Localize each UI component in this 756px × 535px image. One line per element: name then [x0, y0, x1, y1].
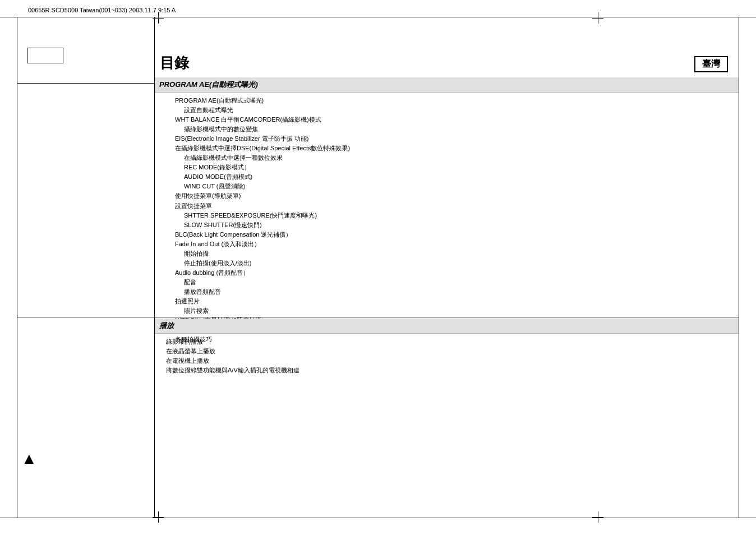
item-ae-15: BLC(Back Light Compensation 逆光補償） — [166, 230, 730, 239]
item-ae-12: 設置快捷菜單 — [166, 201, 730, 211]
item-ae-3: WHT BALANCE 白平衡CAMCORDER(攝綠影機)模式 — [166, 115, 730, 124]
toc-title: 目錄 — [160, 53, 189, 73]
page-marker-rect — [27, 48, 63, 63]
item-ae-19: Audio dubbing (音頻配音） — [166, 268, 730, 278]
item-ae-14: SLOW SHUTTER(慢速快門) — [166, 220, 730, 230]
item-ae-11: 使用快捷菜單(導航架單) — [166, 191, 730, 201]
section-playback: 播放 綠影帶的播放 在液晶螢幕上播放 在電視機上播放 將數位攝綠雙功能機與A/V… — [155, 319, 739, 380]
section-ae-header: PROGRAM AE(自動程式曝光) — [155, 77, 739, 93]
left-border — [17, 17, 17, 518]
item-ae-1: PROGRAM AE(自動程式式曝光) — [166, 96, 730, 105]
item-pb-3: 在電視機上播放 — [166, 356, 730, 366]
section-playback-content: 綠影帶的播放 在液晶螢幕上播放 在電視機上播放 將數位攝綠雙功能機與A/V輸入插… — [155, 334, 739, 380]
item-ae-21: 播放音頻配音 — [166, 287, 730, 297]
item-ae-2: 設置自動程式曝光 — [166, 105, 730, 115]
left-sep-2 — [17, 317, 154, 317]
section-program-ae: PROGRAM AE(自動程式曝光) PROGRAM AE(自動程式式曝光) 設… — [155, 77, 739, 349]
top-border — [0, 17, 756, 17]
crosshair-bottom-right — [592, 511, 603, 523]
crosshair-top-right — [592, 12, 603, 24]
section-ae-content: PROGRAM AE(自動程式式曝光) 設置自動程式曝光 WHT BALANCE… — [155, 93, 739, 349]
item-ae-23: 照片搜索 — [166, 306, 730, 316]
crosshair-top-left — [153, 12, 164, 24]
item-pb-4: 將數位攝綠雙功能機與A/V輸入插孔的電視機相連 — [166, 366, 730, 375]
item-ae-6: 在攝綠影機模式中選擇DSE(Digital Special Effects數位特… — [166, 144, 730, 153]
item-pb-1: 綠影帶的播放 — [166, 337, 730, 347]
left-sep-1 — [17, 83, 154, 84]
item-ae-20: 配音 — [166, 278, 730, 287]
item-ae-9: AUDIO MODE(音頻模式) — [166, 172, 730, 182]
taiwan-label: 臺灣 — [694, 56, 728, 72]
item-ae-7: 在攝綠影機模式中選擇一種數位效果 — [166, 153, 730, 163]
item-ae-5: EIS(Electronic Image Stabilizer 電子防手振 功能… — [166, 134, 730, 144]
bottom-border — [0, 518, 756, 518]
item-ae-16: Fade In and Out (淡入和淡出） — [166, 239, 730, 249]
section-playback-header: 播放 — [155, 319, 739, 334]
left-arrow: ▲ — [21, 450, 37, 468]
item-ae-10: WIND CUT (風聲消除) — [166, 182, 730, 191]
item-ae-18: 停止拍攝(使用淡入/淡出) — [166, 259, 730, 268]
item-ae-13: SHTTER SPEED&EXPOSURE(快門速度和曝光) — [166, 211, 730, 220]
right-border — [739, 17, 739, 518]
item-ae-22: 拍遷照片 — [166, 297, 730, 306]
item-ae-8: REC MODE(錄影模式） — [166, 163, 730, 172]
item-pb-2: 在液晶螢幕上播放 — [166, 347, 730, 356]
item-ae-17: 開始拍攝 — [166, 249, 730, 259]
item-ae-4: 攝綠影機模式中的數位變焦 — [166, 124, 730, 134]
crosshair-bottom-left — [153, 511, 164, 523]
